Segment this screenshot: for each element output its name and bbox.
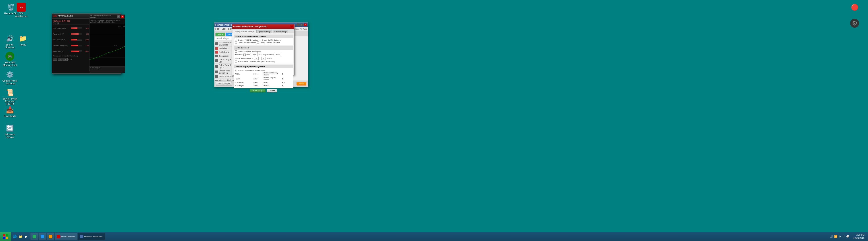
fw-config-tab-hotkey[interactable]: Hotkey Settings [273,30,288,33]
display-grid-x-input[interactable] [254,57,259,60]
fw-close-btn[interactable]: ✕ [304,24,307,26]
ql-ie-icon[interactable]: 🌐 [12,234,18,239]
profile-buttons: 1 2 3 [53,58,68,61]
taskbar-item-fw[interactable]: Flawless Widescreen [78,233,105,240]
hud-width-row: Hud Width: 3090 [235,82,263,84]
taskbar-icon-1 [33,235,36,238]
windows-logo-icon [3,234,8,239]
memory-clock-track[interactable] [71,44,82,47]
display-grid-y-input[interactable] [261,57,266,60]
tray-icon-1[interactable]: 🔊 [830,235,834,238]
game-label: Bioshock 2 [219,55,228,57]
override-section: Override Display Detection (Manual) ✓ En… [234,65,293,88]
apply-text: Apply overclocking at system startup [53,55,89,57]
desktop-icon-windows-update[interactable]: 🔄 Windows Update [1,123,19,139]
hud-width-value: 3090 [253,82,257,84]
surround-assumption-checkbox[interactable] [235,51,237,53]
surround-content: Enable Surround Assumption If mode is th… [234,50,293,64]
downloads-label: Downloads [4,115,16,117]
power-limit-label: Power Limit (%) [53,33,71,35]
fw-menu-file[interactable]: File [215,28,219,30]
override-content: ✓ Enable Display Detection Override Widt… [234,68,293,88]
fw-close-all-tabs-btn[interactable]: Close All Tabs [294,28,307,30]
tray-icon-4[interactable]: 🛡 [842,235,846,238]
display-grid-row: Enable a display grid of x vertical [235,57,292,60]
nvidia-detection-checkbox[interactable]: ✓ [235,39,237,41]
profile-1-btn[interactable]: 1 [53,58,57,61]
fan-speed-track[interactable] [71,51,82,52]
fw-taskbar-label: Flawless Widescreen [84,235,103,238]
core-clock-label: Core Clock (MHz) [53,39,71,40]
gpu-name: GeForce GTX 980 [53,20,88,22]
hud-height-row: Hud Height: 1080 [235,85,263,87]
home-icon: 📁 [18,34,27,43]
override-enable-label: Enable Display Detection Override [238,69,265,71]
override-title: Override Display Detection (Manual) [234,65,293,68]
mode-check[interactable] [243,54,246,56]
core-voltage-track[interactable] [71,27,82,29]
donate-btn[interactable]: Donate [297,82,306,86]
hw-support-title: Display Detection Hardware Support [234,35,293,38]
fw-menu-edit[interactable]: Edit [222,28,225,30]
svg-text:GPU usage, %: GPU usage, % [119,26,125,28]
generic-detection-checkbox[interactable] [257,41,259,44]
clock-time: 7:08 PM [853,233,864,237]
softth-detection-checkbox[interactable]: ✓ [259,39,261,41]
taskbar-item-afterburner[interactable]: MSI Afterburner [55,233,77,240]
desktop-icon-right-2[interactable]: ⚙ [846,18,864,29]
afterburner-app-name: AFTERBURNER [58,15,73,17]
desktop-icon-msi-afterburner[interactable]: MSI MSI Afterburner [12,2,30,18]
fw-config-tab-update[interactable]: Update Settings [256,30,272,33]
fw-maximize-btn[interactable]: □ [300,24,303,26]
taskbar-item-2[interactable] [39,233,46,240]
amd-detection-checkbox[interactable] [235,41,237,44]
ab-hw-titlebar: MSI Afterburner Hardware Monitor ─ ✕ [90,15,125,19]
start-button[interactable] [0,232,11,241]
fw-tab-status[interactable]: Status [215,33,225,36]
power-limit-track[interactable] [71,33,82,35]
game-icon [215,75,218,78]
tray-icon-3[interactable]: ⚙ [838,235,842,238]
desktop-icon-downloads[interactable]: 📥 Downloads [1,104,19,118]
override-enable-checkbox[interactable]: ✓ [235,69,237,71]
save-changes-btn[interactable]: Save Changes [250,89,265,92]
profile-2-btn[interactable]: 2 [58,58,62,61]
fan-speed-fill [71,51,79,52]
discard-btn[interactable]: Discard [267,89,277,92]
h-display-label: Horizontal Display Count: [264,72,281,76]
afterburner-version: 4.1.1 [68,58,72,60]
taskbar-item-3[interactable] [46,233,54,240]
ab-hw-minimize[interactable]: ─ [117,16,120,18]
core-clock-track[interactable] [71,39,82,40]
desktop-icon-control-panel[interactable]: ⚙️ Control Panel - Shortcut [1,69,19,86]
ql-explorer-icon[interactable]: 📁 [18,234,23,239]
svg-rect-12 [6,234,8,236]
taskbar-clock: 7:08 PM 12/29/2016 [851,233,866,240]
reload-plugins-btn[interactable]: Reload Plugins [216,82,232,86]
bezel-checkbox[interactable] [235,60,237,62]
tray-icon-2[interactable]: 📶 [834,235,838,238]
fw-minimize-btn[interactable]: ─ [297,24,300,26]
v-display-value: 0 [282,78,283,80]
skyrim-script-icon: 📜 [5,88,14,97]
fw-config-tab-startup[interactable]: Startup/General Settings [233,30,256,33]
taskbar-items: MSI Afterburner Flawless Widescreen [30,232,827,241]
desktop-icon-xbox[interactable]: 🎮 Xbox 360 Memory Unit [1,51,19,67]
ab-hw-close[interactable]: ✕ [121,16,124,18]
mode-height-input[interactable] [275,53,281,56]
mode-width-input[interactable] [251,53,257,56]
taskbar: 🌐 📁 ▶ MSI Afterburner Flawless Widescree… [0,232,868,241]
hud-height-value: 1080 [253,85,257,87]
profile-3-btn[interactable]: 3 [63,58,68,61]
afterburner-left-panel: GeForce GTX 980 V17.48 Core Voltage (mV)… [52,19,90,73]
windows-update-label: Windows Update [2,133,18,138]
fw-config-close-btn[interactable]: ✕ [290,25,293,28]
desktop-icon-home[interactable]: 📁 Home [14,33,32,47]
tray-icon-5[interactable]: 💬 [846,235,850,238]
desktop-icon-right-1[interactable]: 🔴 [846,2,864,12]
desktop-icon-skyrim-script[interactable]: 📜 Skyrim Script Extender (SKSE) [1,87,19,106]
taskbar-item-1[interactable] [31,233,38,240]
v-display-label: Vertical Display Count: [264,77,281,81]
ql-media-icon[interactable]: ▶ [24,234,29,239]
ab-hw-scanning-text: Scanning 27 graphics with 1000 ms period… [90,19,125,24]
